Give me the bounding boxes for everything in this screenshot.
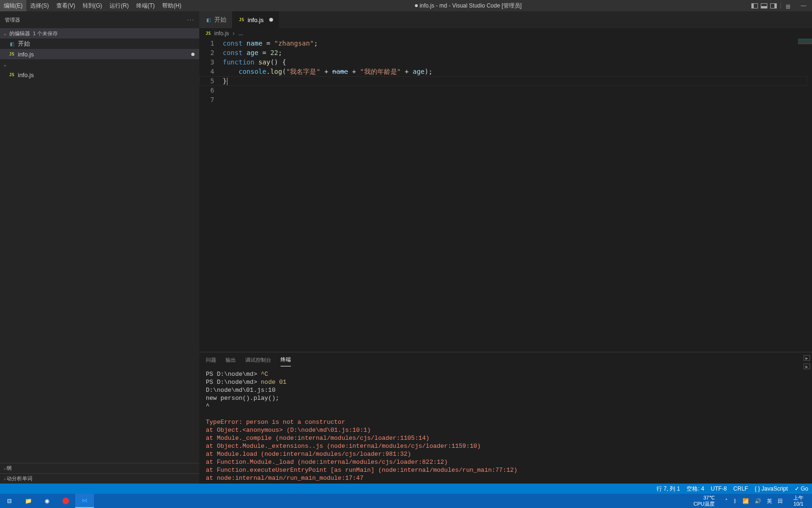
windows-taskbar: ⊟ 📁 ◉ ⋈ 37℃ CPU温度 ˄ ᛒ 📶 🔊 英 田 上午 10/1	[0, 494, 812, 508]
js-file-icon: JS	[238, 16, 245, 23]
window-title-text: info.js - md - Visual Studio Code [管理员]	[420, 2, 522, 10]
terminal-kill-icon[interactable]: ▸	[804, 364, 810, 369]
text-cursor	[227, 78, 227, 85]
bottom-panel: 问题 输出 调试控制台 终端 ▸ ▸ PS D:\node\md> ^C PS …	[199, 352, 812, 484]
title-icons: ⊞ ―	[751, 2, 812, 9]
chevron-right-icon: ›	[3, 476, 7, 482]
tab-info-label: info.js	[248, 16, 264, 24]
file-info-label: info.js	[18, 71, 34, 79]
open-editor-info[interactable]: JS info.js	[0, 49, 199, 59]
explorer-header: 管理器 ···	[0, 11, 199, 28]
menu-goto[interactable]: 转到(G)	[79, 0, 106, 11]
taskbar-chrome-icon[interactable]: ◉	[38, 494, 56, 508]
dirty-dot-icon	[415, 4, 418, 7]
code-content[interactable]: const name = "zhangsan"; const age = 22;…	[223, 39, 812, 352]
taskbar-vscode-icon[interactable]: ⋈	[75, 494, 94, 508]
dirty-dot-icon	[269, 18, 273, 22]
tray-wifi-icon[interactable]: 📶	[742, 498, 749, 504]
breadcrumb-rest: ...	[238, 30, 243, 37]
status-go[interactable]: ✓ Go	[795, 485, 808, 492]
window-title: info.js - md - Visual Studio Code [管理员]	[185, 2, 751, 10]
js-file-icon: JS	[8, 71, 15, 78]
layout-left-icon[interactable]	[751, 3, 758, 8]
customize-layout-icon[interactable]: ⊞	[786, 3, 793, 8]
status-indent[interactable]: 空格: 4	[687, 485, 704, 493]
minimap[interactable]	[798, 39, 812, 44]
minimize-icon[interactable]: ―	[798, 2, 809, 9]
tray-volume-icon[interactable]: 🔊	[755, 498, 761, 504]
tray-bluetooth-icon[interactable]: ᛒ	[734, 498, 737, 504]
status-cursor-position[interactable]: 行 7, 列 1	[656, 485, 680, 493]
outline-section[interactable]: › 纲	[0, 463, 199, 473]
tray-chevron-icon[interactable]: ˄	[725, 498, 728, 504]
status-encoding[interactable]: UTF-8	[711, 485, 727, 492]
panel-tabs: 问题 输出 调试控制台 终端	[199, 352, 812, 366]
chevron-down-icon: ⌄	[3, 62, 7, 68]
unsaved-count: 1 个未保存	[33, 30, 58, 37]
line-gutter: 123 456 7	[199, 39, 223, 352]
editor-group: ◧ 开始 JS info.js JS info.js › ... 123 456…	[199, 11, 812, 484]
dirty-dot-icon	[191, 53, 195, 56]
tab-start-label: 开始	[214, 16, 226, 24]
panel-tab-problems[interactable]: 问题	[206, 357, 216, 366]
code-editor[interactable]: 123 456 7 const name = "zhangsan"; const…	[199, 39, 812, 352]
taskbar-search-icon[interactable]: ⊟	[0, 494, 19, 508]
vscode-start-icon: ◧	[8, 40, 15, 47]
folder-section[interactable]: ⌄	[0, 59, 199, 70]
open-editor-start-label: 开始	[18, 40, 30, 48]
file-info-js[interactable]: JS info.js	[0, 70, 199, 80]
tray-ime-lang[interactable]: 英	[767, 498, 772, 505]
taskbar-record-icon[interactable]	[56, 494, 75, 508]
analysis-section[interactable]: › 动分析单词	[0, 473, 199, 484]
menu-bar: 编辑(E) 选择(S) 查看(V) 转到(G) 运行(R) 终端(T) 帮助(H…	[0, 0, 185, 11]
explorer-sidebar: 管理器 ··· ⌄ 的编辑器 1 个未保存 ◧ 开始 JS info.js ⌄ …	[0, 11, 199, 484]
js-file-icon: JS	[8, 51, 15, 57]
status-language[interactable]: { } JavaScript	[755, 485, 788, 492]
layout-bottom-icon[interactable]	[761, 3, 767, 8]
menu-help[interactable]: 帮助(H)	[158, 0, 185, 11]
panel-tab-terminal[interactable]: 终端	[281, 356, 291, 366]
open-editors-label: 的编辑器	[9, 30, 30, 37]
vscode-start-icon: ◧	[205, 16, 211, 23]
editor-tabs: ◧ 开始 JS info.js	[199, 11, 812, 28]
taskbar-explorer-icon[interactable]: 📁	[19, 494, 38, 508]
menu-view[interactable]: 查看(V)	[53, 0, 79, 11]
explorer-more-icon[interactable]: ···	[187, 17, 195, 23]
title-bar: 编辑(E) 选择(S) 查看(V) 转到(G) 运行(R) 终端(T) 帮助(H…	[0, 0, 812, 11]
terminal-split-icon[interactable]: ▸	[804, 355, 810, 361]
tab-start[interactable]: ◧ 开始	[199, 11, 233, 28]
outline-label: 纲	[7, 465, 12, 472]
panel-tab-debug[interactable]: 调试控制台	[245, 357, 271, 366]
status-eol[interactable]: CRLF	[734, 485, 748, 492]
chevron-right-icon: ›	[3, 466, 7, 471]
menu-edit[interactable]: 编辑(E)	[0, 0, 26, 11]
panel-side-controls: ▸ ▸	[804, 355, 810, 369]
open-editor-start[interactable]: ◧ 开始	[0, 39, 199, 49]
tray-ime-mode[interactable]: 田	[778, 498, 783, 505]
menu-select[interactable]: 选择(S)	[26, 0, 53, 11]
open-editor-info-label: info.js	[18, 51, 34, 58]
menu-terminal[interactable]: 终端(T)	[133, 0, 158, 11]
js-file-icon: JS	[205, 30, 211, 37]
menu-run[interactable]: 运行(R)	[106, 0, 133, 11]
open-editors-section[interactable]: ⌄ 的编辑器 1 个未保存	[0, 28, 199, 39]
chevron-right-icon: ›	[232, 30, 235, 37]
explorer-title: 管理器	[5, 16, 20, 24]
status-bar: 行 7, 列 1 空格: 4 UTF-8 CRLF { } JavaScript…	[0, 484, 812, 494]
terminal[interactable]: PS D:\node\md> ^C PS D:\node\md> node 01…	[199, 366, 812, 484]
breadcrumb[interactable]: JS info.js › ...	[199, 28, 812, 39]
analysis-label: 动分析单词	[7, 475, 32, 482]
panel-tab-output[interactable]: 输出	[226, 357, 236, 366]
tab-info[interactable]: JS info.js	[233, 11, 279, 28]
taskbar-clock[interactable]: 上午 10/1	[789, 495, 808, 507]
taskbar-weather[interactable]: 37℃ CPU温度	[689, 495, 719, 507]
layout-right-icon[interactable]	[770, 3, 777, 8]
breadcrumb-file: info.js	[214, 30, 229, 37]
chevron-down-icon: ⌄	[3, 31, 7, 37]
